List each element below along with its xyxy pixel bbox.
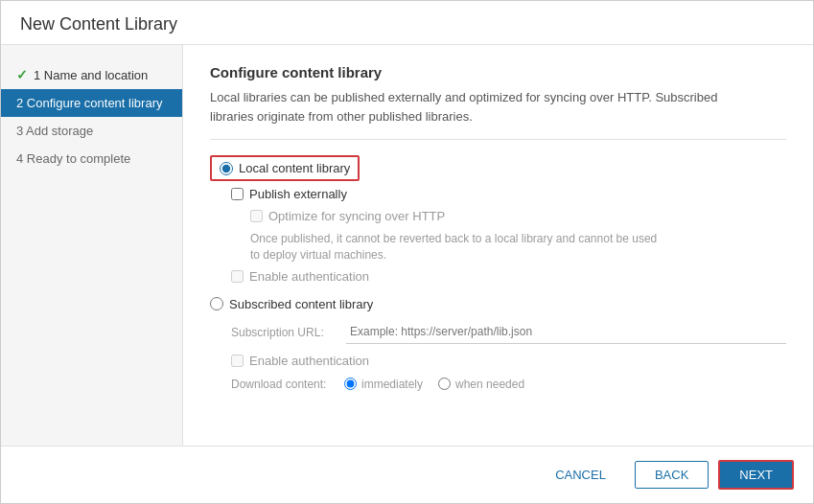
download-content-label: Download content: <box>231 378 337 391</box>
sidebar: ✓ 1 Name and location 2 Configure conten… <box>1 45 183 446</box>
new-content-library-dialog: New Content Library ✓ 1 Name and locatio… <box>0 0 814 504</box>
options-area: Local content library Publish externally… <box>210 155 786 426</box>
sidebar-item-step4-label: 4 Ready to complete <box>16 151 130 166</box>
immediately-option[interactable]: immediately <box>344 378 423 391</box>
sidebar-item-step3-label: 3 Add storage <box>16 124 93 138</box>
subscribed-library-radio-label[interactable]: Subscribed content library <box>210 297 786 311</box>
enable-auth-sub-label: Enable authentication <box>249 354 369 368</box>
enable-auth-local-checkbox[interactable] <box>231 270 244 283</box>
sidebar-item-step1-label: 1 Name and location <box>34 68 148 82</box>
sidebar-item-step1[interactable]: ✓ 1 Name and location <box>1 60 182 89</box>
sidebar-item-step2-label: 2 Configure content library <box>16 96 162 110</box>
sidebar-item-step4[interactable]: 4 Ready to complete <box>1 145 182 172</box>
section-description: Local libraries can be published externa… <box>210 88 786 140</box>
publish-externally-option: Publish externally <box>231 187 786 201</box>
sidebar-item-step3[interactable]: 3 Add storage <box>1 117 182 145</box>
subscribed-sub-fields: Subscription URL: Enable authentication … <box>231 321 786 391</box>
local-library-group: Local content library Publish externally… <box>210 155 786 284</box>
optimize-option: Optimize for syncing over HTTP <box>250 209 786 223</box>
subscription-url-row: Subscription URL: <box>231 321 786 344</box>
enable-auth-local-option: Enable authentication <box>231 269 786 284</box>
subscription-url-label: Subscription URL: <box>231 326 337 339</box>
next-button[interactable]: NEXT <box>718 460 794 490</box>
main-content: Configure content library Local librarie… <box>183 45 813 446</box>
enable-auth-local-label: Enable authentication <box>249 269 369 284</box>
enable-auth-sub-checkbox[interactable] <box>231 355 244 367</box>
local-library-label: Local content library <box>239 161 350 175</box>
local-library-radio[interactable] <box>220 162 233 175</box>
local-sub-options: Publish externally Optimize for syncing … <box>231 187 786 284</box>
subscribed-library-radio[interactable] <box>210 297 223 310</box>
cancel-button[interactable]: CANCEL <box>536 462 625 488</box>
dialog-body: ✓ 1 Name and location 2 Configure conten… <box>1 45 813 446</box>
section-desc-line1: Local libraries can be published externa… <box>210 90 717 104</box>
subscribed-library-group: Subscribed content library Subscription … <box>210 297 786 391</box>
enable-auth-sub-row: Enable authentication <box>231 354 786 368</box>
optimize-label: Optimize for syncing over HTTP <box>268 209 445 223</box>
section-title: Configure content library <box>210 64 786 80</box>
publish-externally-label: Publish externally <box>249 187 347 201</box>
immediately-radio[interactable] <box>344 378 357 390</box>
when-needed-radio[interactable] <box>438 378 451 390</box>
dialog-title: New Content Library <box>1 1 813 45</box>
publish-externally-checkbox[interactable] <box>231 188 244 200</box>
download-options: immediately when needed <box>344 378 524 391</box>
subscribed-library-label: Subscribed content library <box>229 297 373 311</box>
immediately-label: immediately <box>361 378 423 391</box>
when-needed-option[interactable]: when needed <box>438 378 524 391</box>
back-button[interactable]: BACK <box>635 461 709 489</box>
local-library-radio-label[interactable]: Local content library <box>210 155 360 181</box>
download-content-row: Download content: immediately when neede… <box>231 378 786 391</box>
check-icon: ✓ <box>16 67 28 82</box>
optimize-checkbox[interactable] <box>250 210 263 222</box>
sidebar-item-step2[interactable]: 2 Configure content library <box>1 89 182 117</box>
optimize-note: Once published, it cannot be reverted ba… <box>250 231 786 263</box>
section-desc-line2: libraries originate from other published… <box>210 109 473 124</box>
subscription-url-input[interactable] <box>346 321 786 344</box>
footer: CANCEL BACK NEXT <box>1 446 813 503</box>
when-needed-label: when needed <box>455 378 524 391</box>
